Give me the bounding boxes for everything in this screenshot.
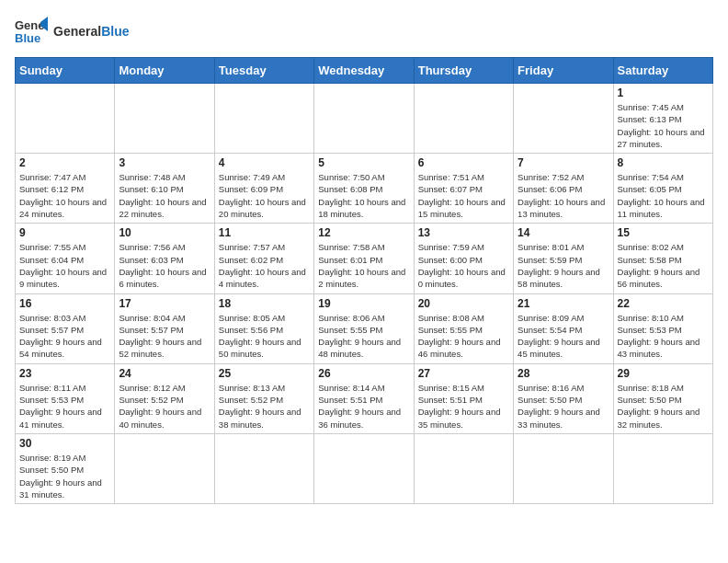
col-header-monday: Monday — [115, 58, 214, 84]
day-number: 23 — [19, 367, 110, 380]
calendar-cell: 6Sunrise: 7:51 AM Sunset: 6:07 PM Daylig… — [414, 154, 513, 224]
day-number: 21 — [518, 297, 609, 310]
calendar-cell — [115, 84, 214, 154]
page-header: General Blue GeneralBlue — [15, 15, 713, 48]
calendar-cell: 10Sunrise: 7:56 AM Sunset: 6:03 PM Dayli… — [115, 224, 214, 293]
sun-info: Sunrise: 8:05 AM Sunset: 5:56 PM Dayligh… — [219, 312, 310, 361]
calendar-cell: 30Sunrise: 8:19 AM Sunset: 5:50 PM Dayli… — [16, 433, 115, 503]
sun-info: Sunrise: 7:59 AM Sunset: 6:00 PM Dayligh… — [418, 241, 509, 290]
day-number: 5 — [318, 156, 409, 169]
calendar-cell: 16Sunrise: 8:03 AM Sunset: 5:57 PM Dayli… — [16, 293, 115, 363]
calendar-cell: 23Sunrise: 8:11 AM Sunset: 5:53 PM Dayli… — [16, 363, 115, 433]
day-number: 22 — [618, 297, 709, 310]
calendar-cell — [314, 433, 414, 503]
day-number: 16 — [19, 297, 110, 310]
day-number: 8 — [618, 156, 709, 169]
day-number: 12 — [318, 226, 409, 239]
calendar-cell: 3Sunrise: 7:48 AM Sunset: 6:10 PM Daylig… — [115, 154, 214, 224]
sun-info: Sunrise: 8:12 AM Sunset: 5:52 PM Dayligh… — [119, 382, 210, 431]
day-number: 26 — [318, 367, 409, 380]
calendar-cell — [613, 433, 712, 503]
calendar-cell: 9Sunrise: 7:55 AM Sunset: 6:04 PM Daylig… — [16, 224, 115, 293]
day-number: 13 — [418, 226, 509, 239]
sun-info: Sunrise: 8:16 AM Sunset: 5:50 PM Dayligh… — [518, 382, 609, 431]
sun-info: Sunrise: 8:10 AM Sunset: 5:53 PM Dayligh… — [618, 312, 709, 361]
sun-info: Sunrise: 8:01 AM Sunset: 5:59 PM Dayligh… — [518, 241, 609, 290]
sun-info: Sunrise: 7:45 AM Sunset: 6:13 PM Dayligh… — [618, 101, 709, 150]
calendar-cell: 1Sunrise: 7:45 AM Sunset: 6:13 PM Daylig… — [613, 84, 712, 154]
day-number: 2 — [19, 156, 110, 169]
calendar-cell: 15Sunrise: 8:02 AM Sunset: 5:58 PM Dayli… — [613, 224, 712, 293]
sun-info: Sunrise: 8:14 AM Sunset: 5:51 PM Dayligh… — [318, 382, 409, 431]
logo-icon: General Blue — [15, 15, 48, 48]
sun-info: Sunrise: 7:58 AM Sunset: 6:01 PM Dayligh… — [318, 241, 409, 290]
sun-info: Sunrise: 7:56 AM Sunset: 6:03 PM Dayligh… — [119, 241, 210, 290]
calendar-cell: 29Sunrise: 8:18 AM Sunset: 5:50 PM Dayli… — [613, 363, 712, 433]
calendar-cell — [514, 84, 613, 154]
calendar-cell: 18Sunrise: 8:05 AM Sunset: 5:56 PM Dayli… — [214, 293, 313, 363]
col-header-wednesday: Wednesday — [314, 58, 414, 84]
day-number: 4 — [219, 156, 310, 169]
calendar-week-1: 2Sunrise: 7:47 AM Sunset: 6:12 PM Daylig… — [16, 154, 713, 224]
day-number: 15 — [618, 226, 709, 239]
sun-info: Sunrise: 8:04 AM Sunset: 5:57 PM Dayligh… — [119, 312, 210, 361]
day-number: 24 — [119, 367, 210, 380]
calendar-header-row: SundayMondayTuesdayWednesdayThursdayFrid… — [16, 58, 713, 84]
calendar-cell: 14Sunrise: 8:01 AM Sunset: 5:59 PM Dayli… — [514, 224, 613, 293]
calendar-cell: 12Sunrise: 7:58 AM Sunset: 6:01 PM Dayli… — [314, 224, 414, 293]
calendar-cell: 28Sunrise: 8:16 AM Sunset: 5:50 PM Dayli… — [514, 363, 613, 433]
calendar-cell: 4Sunrise: 7:49 AM Sunset: 6:09 PM Daylig… — [214, 154, 313, 224]
col-header-tuesday: Tuesday — [214, 58, 313, 84]
calendar-cell: 20Sunrise: 8:08 AM Sunset: 5:55 PM Dayli… — [414, 293, 513, 363]
calendar-week-2: 9Sunrise: 7:55 AM Sunset: 6:04 PM Daylig… — [16, 224, 713, 293]
calendar-cell — [16, 84, 115, 154]
calendar-cell: 21Sunrise: 8:09 AM Sunset: 5:54 PM Dayli… — [514, 293, 613, 363]
col-header-saturday: Saturday — [613, 58, 712, 84]
svg-text:Blue: Blue — [15, 31, 40, 45]
sun-info: Sunrise: 8:03 AM Sunset: 5:57 PM Dayligh… — [19, 312, 110, 361]
day-number: 1 — [618, 86, 709, 99]
day-number: 30 — [19, 437, 110, 450]
day-number: 9 — [19, 226, 110, 239]
sun-info: Sunrise: 8:06 AM Sunset: 5:55 PM Dayligh… — [318, 312, 409, 361]
day-number: 25 — [219, 367, 310, 380]
day-number: 18 — [219, 297, 310, 310]
sun-info: Sunrise: 7:55 AM Sunset: 6:04 PM Dayligh… — [19, 241, 110, 290]
day-number: 20 — [418, 297, 509, 310]
calendar-cell: 13Sunrise: 7:59 AM Sunset: 6:00 PM Dayli… — [414, 224, 513, 293]
sun-info: Sunrise: 7:51 AM Sunset: 6:07 PM Dayligh… — [418, 171, 509, 220]
calendar-cell — [414, 433, 513, 503]
col-header-sunday: Sunday — [16, 58, 115, 84]
sun-info: Sunrise: 8:13 AM Sunset: 5:52 PM Dayligh… — [219, 382, 310, 431]
day-number: 11 — [219, 226, 310, 239]
calendar-cell — [214, 84, 313, 154]
day-number: 14 — [518, 226, 609, 239]
calendar: SundayMondayTuesdayWednesdayThursdayFrid… — [15, 57, 713, 504]
logo: General Blue GeneralBlue — [15, 15, 129, 48]
calendar-cell: 11Sunrise: 7:57 AM Sunset: 6:02 PM Dayli… — [214, 224, 313, 293]
calendar-week-0: 1Sunrise: 7:45 AM Sunset: 6:13 PM Daylig… — [16, 84, 713, 154]
calendar-cell: 5Sunrise: 7:50 AM Sunset: 6:08 PM Daylig… — [314, 154, 414, 224]
sun-info: Sunrise: 7:57 AM Sunset: 6:02 PM Dayligh… — [219, 241, 310, 290]
sun-info: Sunrise: 7:49 AM Sunset: 6:09 PM Dayligh… — [219, 171, 310, 220]
calendar-cell — [214, 433, 313, 503]
calendar-cell — [115, 433, 214, 503]
calendar-cell: 8Sunrise: 7:54 AM Sunset: 6:05 PM Daylig… — [613, 154, 712, 224]
calendar-cell — [414, 84, 513, 154]
day-number: 29 — [618, 367, 709, 380]
sun-info: Sunrise: 8:18 AM Sunset: 5:50 PM Dayligh… — [618, 382, 709, 431]
sun-info: Sunrise: 8:19 AM Sunset: 5:50 PM Dayligh… — [19, 452, 110, 500]
col-header-friday: Friday — [514, 58, 613, 84]
calendar-cell: 7Sunrise: 7:52 AM Sunset: 6:06 PM Daylig… — [514, 154, 613, 224]
day-number: 7 — [518, 156, 609, 169]
calendar-cell: 2Sunrise: 7:47 AM Sunset: 6:12 PM Daylig… — [16, 154, 115, 224]
day-number: 27 — [418, 367, 509, 380]
sun-info: Sunrise: 8:02 AM Sunset: 5:58 PM Dayligh… — [618, 241, 709, 290]
sun-info: Sunrise: 8:11 AM Sunset: 5:53 PM Dayligh… — [19, 382, 110, 431]
calendar-cell: 26Sunrise: 8:14 AM Sunset: 5:51 PM Dayli… — [314, 363, 414, 433]
sun-info: Sunrise: 7:54 AM Sunset: 6:05 PM Dayligh… — [618, 171, 709, 220]
calendar-cell: 25Sunrise: 8:13 AM Sunset: 5:52 PM Dayli… — [214, 363, 313, 433]
calendar-cell: 19Sunrise: 8:06 AM Sunset: 5:55 PM Dayli… — [314, 293, 414, 363]
calendar-cell: 22Sunrise: 8:10 AM Sunset: 5:53 PM Dayli… — [613, 293, 712, 363]
sun-info: Sunrise: 8:15 AM Sunset: 5:51 PM Dayligh… — [418, 382, 509, 431]
